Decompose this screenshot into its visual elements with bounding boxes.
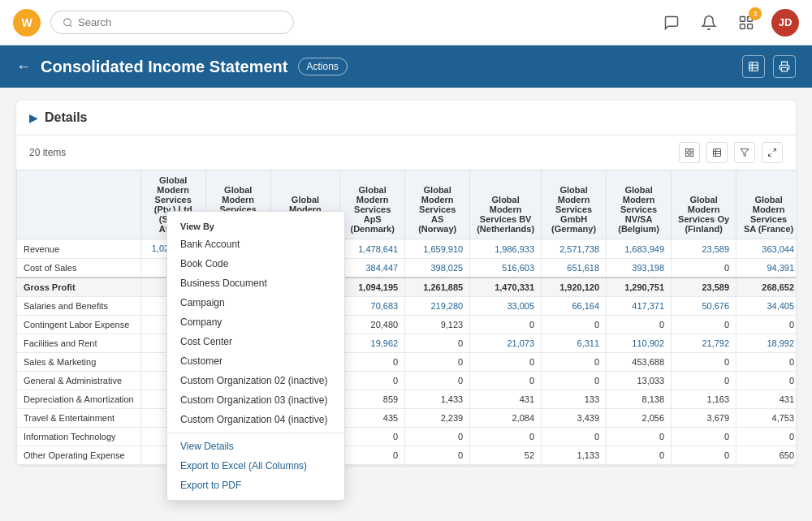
cell: 66,164 (542, 297, 607, 316)
cell: 859 (340, 390, 405, 409)
cell: 3,439 (542, 409, 607, 428)
table-row: Sales & Marketing 0 0 0 0 0 0 0 453,688 … (17, 353, 797, 372)
svg-rect-2 (741, 16, 745, 21)
avatar[interactable]: JD (771, 9, 799, 37)
list-view-icon[interactable] (706, 142, 728, 163)
messages-icon[interactable] (659, 11, 684, 35)
menu-item-bank-account[interactable]: Bank Account (167, 235, 344, 254)
menu-item-customer[interactable]: Customer (167, 351, 344, 371)
svg-line-1 (70, 24, 71, 26)
cell: 1,163 (672, 390, 736, 409)
svg-rect-11 (686, 149, 689, 153)
cell: 1,133 (542, 446, 607, 465)
menu-item-custom-org-02[interactable]: Custom Organization 02 (inactive) (167, 371, 344, 390)
cell: 1,261,885 (405, 278, 470, 297)
cell: 268,652 (736, 278, 796, 297)
cell: 0 (672, 428, 736, 446)
cell: 3,679 (672, 409, 736, 428)
apps-icon[interactable]: 3 (734, 11, 758, 35)
cell: 0 (607, 446, 672, 465)
table-toolbar: 20 items (16, 136, 796, 170)
cell: 650 (736, 446, 796, 465)
row-label: Gross Profit (17, 278, 141, 297)
cell: 20,480 (340, 316, 405, 334)
cell: 23,589 (672, 239, 736, 259)
row-label: Salaries and Benefits (17, 297, 141, 316)
back-button[interactable]: ← (16, 58, 31, 75)
menu-item-cost-center[interactable]: Cost Center (167, 332, 344, 351)
workday-logo[interactable]: W (13, 9, 41, 37)
search-bar[interactable] (50, 11, 294, 34)
cell: 417,371 (607, 297, 672, 316)
print-icon[interactable] (773, 55, 796, 78)
context-menu: View By Bank Account Book Code Business … (166, 211, 345, 478)
cell: 2,571,738 (542, 239, 607, 259)
menu-item-book-code[interactable]: Book Code (167, 254, 344, 273)
col-header-4: Global Modern Services AS (Norway) (405, 170, 470, 239)
data-table-wrapper[interactable]: Global Modern Services (Pty.) Ltd (South… (16, 170, 796, 465)
menu-item-view-details[interactable]: View Details (167, 437, 344, 456)
search-icon (63, 17, 73, 28)
cell: 1,659,910 (405, 239, 470, 259)
grid-view-icon[interactable] (679, 142, 700, 163)
table-view-icon[interactable] (742, 55, 765, 78)
cell: 0 (672, 446, 736, 465)
col-header-6: Global Modern Services GmbH (Germany) (542, 170, 607, 239)
row-label: Contingent Labor Expense (17, 316, 141, 334)
cell: 2,084 (470, 409, 542, 428)
cell: 0 (405, 353, 470, 372)
col-header-label (17, 170, 141, 239)
table-row-gross-profit: Gross Profit 761,755 13,271 830,323 1,09… (17, 278, 797, 297)
notifications-icon[interactable] (697, 11, 721, 35)
cell: 0 (736, 353, 796, 372)
table-row: Salaries and Benefits 57,385 15,702 25,3… (17, 297, 797, 316)
cell: 1,290,751 (607, 278, 672, 297)
cell: 0 (405, 334, 470, 353)
menu-item-custom-org-03[interactable]: Custom Organization 03 (inactive) (167, 390, 344, 410)
menu-item-export-pdf[interactable]: Export to PDF (167, 476, 344, 478)
expand-icon[interactable] (762, 142, 783, 163)
cell: 0 (672, 372, 736, 390)
svg-rect-4 (741, 24, 745, 28)
nav-icons: 3 JD (659, 9, 799, 37)
row-label: Depreciation & Amortization (17, 390, 141, 409)
cell: 33,005 (470, 297, 542, 316)
row-label: Cost of Sales (17, 259, 141, 278)
menu-item-campaign[interactable]: Campaign (167, 293, 344, 312)
cell: 651,618 (542, 259, 607, 278)
menu-item-company[interactable]: Company (167, 312, 344, 332)
main-content: ▶ Details 20 items (0, 88, 812, 478)
page-title: Consolidated Income Statement (41, 58, 288, 76)
cell: 0 (542, 316, 607, 334)
sub-header: ← Consolidated Income Statement Actions (0, 45, 812, 88)
cell: 2,239 (405, 409, 470, 428)
details-section: ▶ Details 20 items (16, 101, 796, 465)
cell: 0 (340, 446, 405, 465)
menu-divider (167, 433, 344, 433)
cell: 0 (672, 259, 736, 278)
cell: 0 (542, 428, 607, 446)
filter-icon[interactable] (734, 142, 755, 163)
table-row: General & Administrative 6,323 0 0 0 0 0… (17, 372, 797, 390)
cell: 453,688 (607, 353, 672, 372)
cell: 70,683 (340, 297, 405, 316)
actions-button[interactable]: Actions (298, 58, 348, 75)
cell: 0 (736, 372, 796, 390)
row-label: Travel & Entertainment (17, 409, 141, 428)
menu-item-export-excel[interactable]: Export to Excel (All Columns) (167, 456, 344, 476)
menu-item-custom-org-04[interactable]: Custom Organization 04 (inactive) (167, 410, 344, 429)
row-label: General & Administrative (17, 372, 141, 390)
svg-line-21 (769, 153, 772, 157)
search-input[interactable] (78, 16, 282, 28)
cell: 133 (542, 390, 607, 409)
menu-item-business-document[interactable]: Business Document (167, 273, 344, 293)
col-header-5: Global Modern Services BV (Netherlands) (470, 170, 542, 239)
svg-rect-6 (749, 62, 758, 71)
cell: 19,962 (340, 334, 405, 353)
cell: 2,056 (607, 409, 672, 428)
cell: 0 (470, 353, 542, 372)
data-table: Global Modern Services (Pty.) Ltd (South… (16, 170, 796, 465)
cell: 0 (340, 353, 405, 372)
expand-chevron[interactable]: ▶ (29, 111, 38, 124)
cell: 435 (340, 409, 405, 428)
